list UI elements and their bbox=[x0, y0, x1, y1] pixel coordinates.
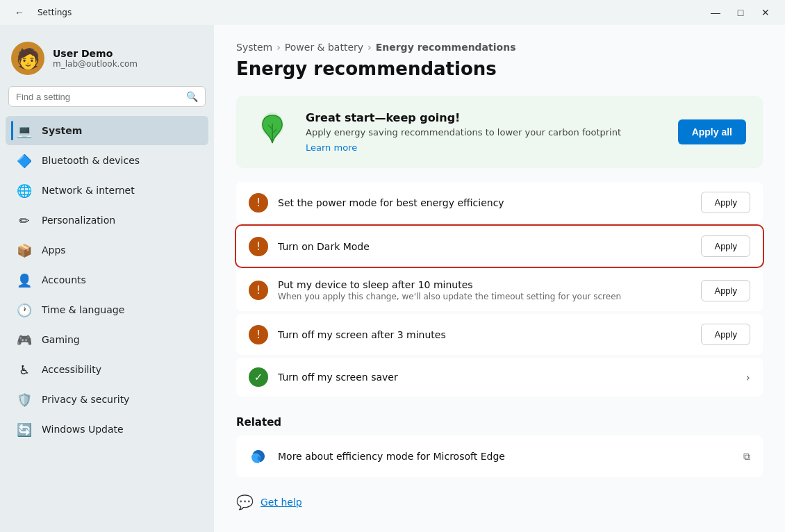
reco-info-dark-mode: Turn on Dark Mode bbox=[278, 241, 691, 252]
user-info: User Demo m_lab@outlook.com bbox=[53, 48, 138, 69]
breadcrumb-sep-2: › bbox=[367, 42, 372, 53]
reco-icon-screen-off: ! bbox=[249, 325, 268, 344]
nav-icon-accessibility: ♿ bbox=[17, 362, 32, 377]
minimize-button[interactable]: — bbox=[704, 3, 727, 22]
learn-more-link[interactable]: Learn more bbox=[306, 142, 357, 153]
reco-icon-screen-saver: ✓ bbox=[249, 367, 268, 387]
nav-icon-privacy: 🛡️ bbox=[17, 392, 32, 407]
breadcrumb-current: Energy recommendations bbox=[376, 42, 516, 53]
nav-container: 💻 System 🔷 Bluetooth & devices 🌐 Network… bbox=[0, 115, 214, 444]
nav-label-personalization: Personalization bbox=[42, 215, 115, 226]
get-help-row[interactable]: 💬 Get help bbox=[236, 494, 763, 510]
nav-icon-bluetooth: 🔷 bbox=[17, 153, 32, 168]
reco-text-screen-off: Turn off my screen after 3 minutes bbox=[278, 329, 691, 340]
sidebar-item-accessibility[interactable]: ♿ Accessibility bbox=[6, 355, 208, 384]
reco-info-screen-off: Turn off my screen after 3 minutes bbox=[278, 329, 691, 340]
get-help-link[interactable]: Get help bbox=[261, 497, 302, 508]
promo-title: Great start—keep going! bbox=[306, 111, 664, 124]
search-input[interactable] bbox=[16, 92, 181, 102]
nav-label-accounts: Accounts bbox=[42, 274, 86, 285]
sidebar-item-apps[interactable]: 📦 Apps bbox=[6, 235, 208, 265]
nav-icon-gaming: 🎮 bbox=[17, 332, 32, 347]
promo-card: Great start—keep going! Apply energy sav… bbox=[236, 96, 763, 168]
sidebar-item-update[interactable]: 🔄 Windows Update bbox=[6, 415, 208, 444]
nav-label-gaming: Gaming bbox=[42, 334, 80, 345]
user-email: m_lab@outlook.com bbox=[53, 59, 138, 69]
reco-icon-sleep: ! bbox=[249, 281, 268, 300]
apply-button-dark-mode[interactable]: Apply bbox=[701, 235, 750, 257]
back-button[interactable]: ← bbox=[8, 3, 31, 22]
avatar: 🧑 bbox=[11, 42, 44, 75]
related-edge-text: More about efficiency mode for Microsoft… bbox=[278, 451, 734, 462]
search-box[interactable]: 🔍 bbox=[8, 86, 206, 107]
nav-icon-personalization: ✏️ bbox=[17, 213, 32, 228]
external-link-icon: ⧉ bbox=[743, 451, 750, 463]
sidebar-item-network[interactable]: 🌐 Network & internet bbox=[6, 176, 208, 205]
chevron-right-icon[interactable]: › bbox=[746, 371, 750, 384]
sidebar-item-bluetooth[interactable]: 🔷 Bluetooth & devices bbox=[6, 146, 208, 175]
nav-icon-time: 🕐 bbox=[17, 302, 32, 317]
help-icon: 💬 bbox=[236, 494, 254, 510]
reco-icon-power-mode: ! bbox=[249, 193, 268, 213]
reco-text-power-mode: Set the power mode for best energy effic… bbox=[278, 197, 691, 208]
sidebar-item-system[interactable]: 💻 System bbox=[6, 116, 208, 145]
reco-text-screen-saver: Turn off my screen saver bbox=[278, 372, 736, 383]
reco-row-dark-mode: ! Turn on Dark Mode Apply bbox=[236, 226, 763, 267]
reco-icon-dark-mode: ! bbox=[249, 237, 268, 256]
reco-text-dark-mode: Turn on Dark Mode bbox=[278, 241, 691, 252]
sidebar-item-privacy[interactable]: 🛡️ Privacy & security bbox=[6, 385, 208, 414]
nav-label-system: System bbox=[42, 125, 82, 136]
promo-text: Great start—keep going! Apply energy sav… bbox=[306, 111, 664, 153]
nav-label-privacy: Privacy & security bbox=[42, 394, 129, 405]
breadcrumb: System › Power & battery › Energy recomm… bbox=[236, 42, 763, 53]
sidebar-item-gaming[interactable]: 🎮 Gaming bbox=[6, 325, 208, 354]
leaf-icon bbox=[253, 110, 292, 154]
reco-text-sleep: Put my device to sleep after 10 minutes bbox=[278, 279, 691, 290]
breadcrumb-system: System bbox=[236, 42, 272, 53]
reco-info-sleep: Put my device to sleep after 10 minutes … bbox=[278, 279, 691, 301]
nav-icon-update: 🔄 bbox=[17, 422, 32, 437]
nav-icon-accounts: 👤 bbox=[17, 272, 32, 288]
nav-label-apps: Apps bbox=[42, 244, 66, 256]
nav-label-accessibility: Accessibility bbox=[42, 364, 101, 375]
titlebar: ← Settings — □ ✕ bbox=[0, 0, 785, 25]
reco-info-power-mode: Set the power mode for best energy effic… bbox=[278, 197, 691, 208]
reco-row-power-mode: ! Set the power mode for best energy eff… bbox=[236, 182, 763, 223]
sidebar-item-time[interactable]: 🕐 Time & language bbox=[6, 295, 208, 324]
related-edge-card[interactable]: More about efficiency mode for Microsoft… bbox=[236, 435, 763, 477]
reco-subtext-sleep: When you apply this change, we'll also u… bbox=[278, 292, 691, 301]
main-content: System › Power & battery › Energy recomm… bbox=[214, 25, 785, 532]
edge-icon bbox=[249, 447, 268, 466]
apply-button-power-mode[interactable]: Apply bbox=[701, 192, 750, 213]
breadcrumb-power: Power & battery bbox=[285, 42, 363, 53]
nav-icon-network: 🌐 bbox=[17, 183, 32, 198]
nav-label-bluetooth: Bluetooth & devices bbox=[42, 155, 140, 166]
apply-button-sleep[interactable]: Apply bbox=[701, 280, 750, 301]
avatar-emoji: 🧑 bbox=[16, 47, 40, 70]
search-icon: 🔍 bbox=[186, 91, 198, 102]
sidebar: 🧑 User Demo m_lab@outlook.com 🔍 💻 System… bbox=[0, 25, 214, 532]
promo-desc: Apply energy saving recommendations to l… bbox=[306, 127, 664, 138]
apply-all-button[interactable]: Apply all bbox=[678, 119, 746, 144]
reco-row-sleep: ! Put my device to sleep after 10 minute… bbox=[236, 269, 763, 311]
app-body: 🧑 User Demo m_lab@outlook.com 🔍 💻 System… bbox=[0, 25, 785, 532]
apply-button-screen-off[interactable]: Apply bbox=[701, 324, 750, 345]
nav-icon-apps: 📦 bbox=[17, 242, 32, 258]
nav-label-network: Network & internet bbox=[42, 185, 135, 196]
reco-info-screen-saver: Turn off my screen saver bbox=[278, 372, 736, 383]
user-name: User Demo bbox=[53, 48, 138, 59]
recommendations-list: ! Set the power mode for best energy eff… bbox=[236, 182, 763, 397]
reco-row-screen-saver: ✓ Turn off my screen saver › bbox=[236, 358, 763, 397]
reco-row-screen-off: ! Turn off my screen after 3 minutes App… bbox=[236, 314, 763, 355]
sidebar-item-accounts[interactable]: 👤 Accounts bbox=[6, 265, 208, 294]
close-button[interactable]: ✕ bbox=[754, 3, 777, 22]
related-title: Related bbox=[236, 416, 763, 429]
titlebar-left: ← Settings bbox=[8, 3, 72, 22]
nav-icon-system: 💻 bbox=[17, 123, 32, 138]
sidebar-item-personalization[interactable]: ✏️ Personalization bbox=[6, 206, 208, 235]
titlebar-controls: — □ ✕ bbox=[704, 3, 777, 22]
maximize-button[interactable]: □ bbox=[729, 3, 752, 22]
titlebar-title: Settings bbox=[38, 8, 72, 17]
breadcrumb-sep-1: › bbox=[276, 42, 281, 53]
user-section: 🧑 User Demo m_lab@outlook.com bbox=[0, 36, 214, 86]
